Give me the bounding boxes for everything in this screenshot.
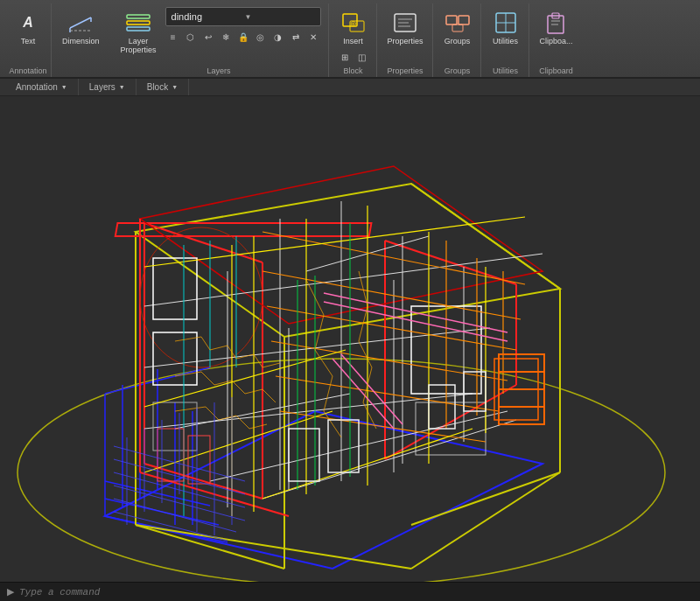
layer-small-btn-4[interactable]: ❄ <box>218 29 234 45</box>
svg-rect-4 <box>127 15 150 18</box>
block-small-row: ⊞ ◫ <box>337 50 370 66</box>
text-button-label: Text <box>21 38 36 46</box>
svg-rect-14 <box>446 16 457 24</box>
annotation-dropdown-icon: ▼ <box>61 84 67 90</box>
groups-icon <box>444 9 472 37</box>
layer-small-btn-2[interactable]: ⬡ <box>183 29 199 45</box>
properties-group-label: Properties <box>388 66 424 75</box>
insert-button-label: Insert <box>343 38 363 46</box>
clipboard-group: Clipboa... Clipboard <box>531 3 582 77</box>
utilities-button-label: Utilities <box>493 38 518 46</box>
utilities-icon <box>492 9 520 37</box>
utilities-button[interactable]: Utilities <box>488 7 523 48</box>
ribbon-toolbar: A Text Annotation Dimension Annotation <box>0 0 700 79</box>
utilities-group-label: Utilities <box>493 66 518 75</box>
groups-group: Groups Groups <box>435 3 481 77</box>
utilities-group: Utilities Utilities <box>483 3 529 77</box>
groups-group-label: Groups <box>444 66 471 75</box>
properties-button[interactable]: Properties <box>384 7 427 48</box>
block-dropdown-icon: ▼ <box>172 84 178 90</box>
svg-rect-15 <box>458 16 469 24</box>
layer-properties-icon <box>124 9 152 37</box>
layer-small-btn-5[interactable]: 🔒 <box>235 29 251 45</box>
layer-properties-group: Layer Properties dinding ▼ ≡ ⬡ ↩ ❄ 🔒 ◎ ◑ <box>110 3 329 77</box>
block-insert-group: ⊕ Insert ⊞ ◫ Block <box>331 3 377 77</box>
layers-group-label: Layers <box>207 66 231 75</box>
groups-button-label: Groups <box>444 38 471 46</box>
layer-small-btn-9[interactable]: ✕ <box>305 29 321 45</box>
ribbon-tab-bar: Annotation ▼ Layers ▼ Block ▼ <box>0 79 700 96</box>
text-button[interactable]: A Text <box>10 7 46 48</box>
dimension-button-label: Dimension <box>62 38 100 46</box>
svg-rect-6 <box>127 27 150 31</box>
layer-properties-label: Layer Properties <box>121 38 157 55</box>
dimension-button[interactable]: Dimension <box>59 7 103 48</box>
tab-block-label: Block <box>147 82 168 92</box>
clipboard-button-label: Clipboa... <box>540 38 573 46</box>
layer-small-btn-1[interactable]: ≡ <box>165 29 181 45</box>
tab-layers-label: Layers <box>89 82 116 92</box>
layer-small-btn-7[interactable]: ◑ <box>270 29 286 45</box>
tab-block[interactable]: Block ▼ <box>136 79 189 95</box>
layer-small-btn-3[interactable]: ↩ <box>200 29 216 45</box>
properties-button-label: Properties <box>388 38 424 46</box>
cad-viewport[interactable] <box>0 96 700 582</box>
dropdown-arrow-icon: ▼ <box>245 13 315 21</box>
insert-button[interactable]: ⊕ Insert <box>336 7 371 48</box>
svg-rect-5 <box>127 21 150 24</box>
insert-icon: ⊕ <box>340 9 368 37</box>
layer-dropdown[interactable]: dinding ▼ <box>165 7 321 26</box>
layer-properties-button[interactable]: Layer Properties <box>117 7 160 57</box>
layer-small-btn-8[interactable]: ⇄ <box>288 29 304 45</box>
clipboard-icon <box>542 9 570 37</box>
dimension-icon <box>66 9 94 37</box>
text-tool-group: A Text Annotation <box>5 3 52 77</box>
layer-small-btn-6[interactable]: ◎ <box>253 29 269 45</box>
svg-line-0 <box>70 17 91 28</box>
layers-dropdown-icon: ▼ <box>119 84 125 90</box>
properties-group: Properties Properties <box>379 3 433 77</box>
groups-button[interactable]: Groups <box>440 7 475 48</box>
block-group-label: Block <box>344 66 363 75</box>
tab-layers[interactable]: Layers ▼ <box>79 79 136 95</box>
command-prompt-icon: ▶ <box>7 586 14 598</box>
text-icon: A <box>23 15 33 31</box>
clipboard-group-label: Clipboard <box>539 66 573 75</box>
tab-annotation-label: Annotation <box>16 82 58 92</box>
svg-text:⊕: ⊕ <box>350 19 357 28</box>
dimension-tool-group: Dimension Annotation <box>53 3 108 77</box>
tab-annotation[interactable]: Annotation ▼ <box>5 79 79 95</box>
svg-rect-16 <box>452 24 463 31</box>
block-small-1[interactable]: ⊞ <box>337 50 353 66</box>
block-small-2[interactable]: ◫ <box>354 50 370 66</box>
current-layer-name: dinding <box>172 11 242 22</box>
cad-canvas <box>0 96 700 582</box>
annotation-group-label: Annotation <box>9 66 46 75</box>
command-input[interactable] <box>19 587 693 598</box>
clipboard-button[interactable]: Clipboa... <box>536 7 577 48</box>
layer-small-icons-row1: ≡ ⬡ ↩ ❄ 🔒 ◎ ◑ ⇄ ✕ <box>165 29 321 45</box>
command-bar: ▶ <box>0 582 700 601</box>
properties-icon <box>391 9 419 37</box>
